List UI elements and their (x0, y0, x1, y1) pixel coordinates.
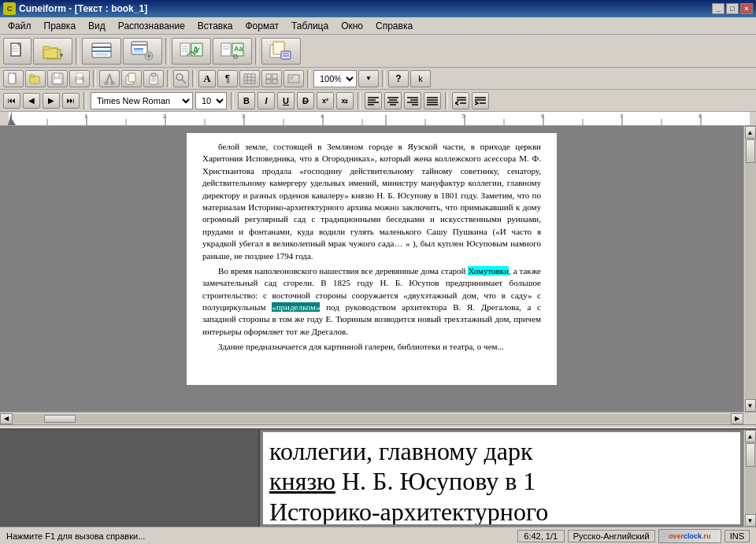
language-indicator: Русско-Английский (568, 530, 655, 542)
menu-table[interactable]: Таблица (285, 19, 335, 33)
indent-increase-button[interactable] (472, 92, 489, 109)
status-right: 6:42, 1/1 Русско-Английский overclock.ru… (517, 529, 750, 543)
svg-text:1: 1 (84, 113, 87, 119)
svg-text:4: 4 (321, 113, 324, 119)
font-select[interactable]: Times New Roman Arial Courier New (91, 92, 193, 109)
svg-rect-52 (151, 73, 156, 76)
italic-button[interactable]: I (258, 92, 275, 109)
scroll-down-button[interactable]: ▼ (745, 399, 756, 412)
scroll-thumb-h[interactable] (44, 415, 76, 423)
table-button[interactable] (239, 70, 260, 87)
menu-window[interactable]: Окно (335, 19, 369, 33)
vertical-scrollbar[interactable]: ▲ ▼ (743, 126, 756, 412)
nav-prev-button[interactable]: ◀ (23, 93, 40, 109)
paragraph-button[interactable]: ¶ (217, 70, 238, 87)
nav-next-button[interactable]: ▶ (43, 93, 60, 109)
new-small-button[interactable] (3, 70, 24, 87)
copy-button[interactable] (261, 38, 301, 65)
title-bar-left: C Cuneiform - [Текст : book_1] (3, 2, 147, 15)
font-size-select[interactable]: 10 8 9 11 12 14 (195, 92, 227, 109)
save-small-button[interactable] (47, 70, 68, 87)
svg-text:5: 5 (462, 113, 465, 119)
cut-small-icon (103, 72, 116, 85)
h-scroll-area[interactable]: ◀ ▶ (0, 413, 743, 424)
scroll-thumb-v[interactable] (746, 139, 755, 163)
menu-help[interactable]: Справка (369, 19, 419, 33)
preview-scroll-thumb[interactable] (746, 443, 755, 467)
indent-decrease-button[interactable] (452, 92, 469, 109)
para-2: Во время наполеоновского нашествия все д… (202, 265, 541, 338)
window-controls[interactable]: _ □ × (712, 3, 753, 14)
svg-marker-118 (8, 112, 16, 125)
align-justify-button[interactable] (424, 92, 441, 109)
zoom-select[interactable]: 100% 75% 50% 125% 150% (313, 70, 357, 87)
strikethrough-button[interactable]: D (297, 92, 314, 109)
svg-rect-9 (95, 53, 108, 56)
underline-button[interactable]: U (277, 92, 295, 109)
doc-scroll-area[interactable]: белой земле, состоящей в Земляном городе… (0, 126, 743, 412)
maximize-button[interactable]: □ (726, 3, 739, 14)
recognize-button[interactable]: A (172, 38, 211, 65)
nav-first-button[interactable]: ⏮ (3, 93, 20, 109)
bold-button[interactable]: B (238, 92, 255, 109)
separator-2 (165, 38, 169, 65)
copy-small-button[interactable] (121, 70, 142, 87)
scroll-left-button[interactable]: ◀ (0, 413, 13, 424)
menu-edit[interactable]: Правка (38, 19, 83, 33)
svg-text:⚙: ⚙ (232, 53, 239, 61)
layout-button[interactable] (261, 70, 282, 87)
print-small-icon (73, 72, 86, 85)
scroll-right-button[interactable]: ▶ (731, 413, 743, 424)
scan-settings-icon (130, 40, 155, 62)
align-right-button[interactable] (404, 92, 421, 109)
scan-settings-button[interactable] (123, 38, 162, 65)
open-file-button[interactable]: ▼ (33, 38, 72, 65)
main-content: белой земле, состоящей в Земляном городе… (0, 126, 756, 527)
paste-small-button[interactable] (143, 70, 164, 87)
table-icon (243, 73, 256, 84)
open-small-button[interactable] (25, 70, 46, 87)
ins-toggle[interactable]: INS (724, 530, 750, 542)
ruler-svg: // Will be rendered as static SVG ticks … (8, 112, 740, 125)
scroll-track-h[interactable] (13, 414, 731, 424)
menu-view[interactable]: Вид (82, 19, 112, 33)
scroll-up-button[interactable]: ▲ (745, 126, 756, 139)
svg-rect-58 (244, 74, 255, 83)
new-small-icon (7, 72, 20, 85)
help-button[interactable]: ? (388, 70, 409, 87)
align-center-button[interactable] (384, 92, 402, 109)
context-help-button[interactable]: k (410, 70, 431, 87)
menu-recognize[interactable]: Распознавание (112, 19, 191, 33)
text-format-button[interactable]: A (198, 70, 216, 87)
minimize-button[interactable]: _ (712, 3, 724, 14)
svg-text:Aa: Aa (234, 45, 243, 53)
h-scroll-row: ◀ ▶ (0, 412, 756, 424)
zoom-dropdown-button[interactable]: ▼ (358, 70, 379, 87)
separator-sm-2 (167, 70, 170, 87)
image-button[interactable]: P (284, 70, 304, 87)
close-button[interactable]: × (740, 3, 753, 14)
menu-format[interactable]: Формат (239, 19, 285, 33)
preview-scroll-track[interactable] (745, 442, 756, 514)
preview-scroll-down[interactable]: ▼ (745, 514, 756, 527)
menu-insert[interactable]: Вставка (191, 19, 239, 33)
main-toolbar: ▼ A (0, 35, 756, 68)
highlight-pride: «приделком» (272, 302, 320, 312)
recognize-settings-button[interactable]: Aa ⚙ (213, 38, 252, 65)
cut-small-button[interactable] (99, 70, 120, 87)
superscript-button[interactable]: x² (317, 92, 334, 109)
layout-icon (265, 73, 278, 84)
print-small-button[interactable] (69, 70, 90, 87)
find-button[interactable] (173, 70, 189, 87)
nav-last-button[interactable]: ⏭ (62, 93, 80, 109)
subscript-button[interactable]: x₂ (336, 92, 354, 109)
scan-button[interactable] (82, 38, 121, 65)
svg-rect-32 (281, 51, 291, 59)
new-file-button[interactable] (3, 38, 32, 65)
preview-scroll-up[interactable]: ▲ (745, 430, 756, 442)
scroll-track-v[interactable] (745, 139, 756, 399)
preview-scrollbar-v[interactable]: ▲ ▼ (743, 430, 756, 527)
svg-point-56 (176, 74, 183, 80)
menu-file[interactable]: Файл (2, 19, 38, 33)
align-left-button[interactable] (365, 92, 382, 109)
